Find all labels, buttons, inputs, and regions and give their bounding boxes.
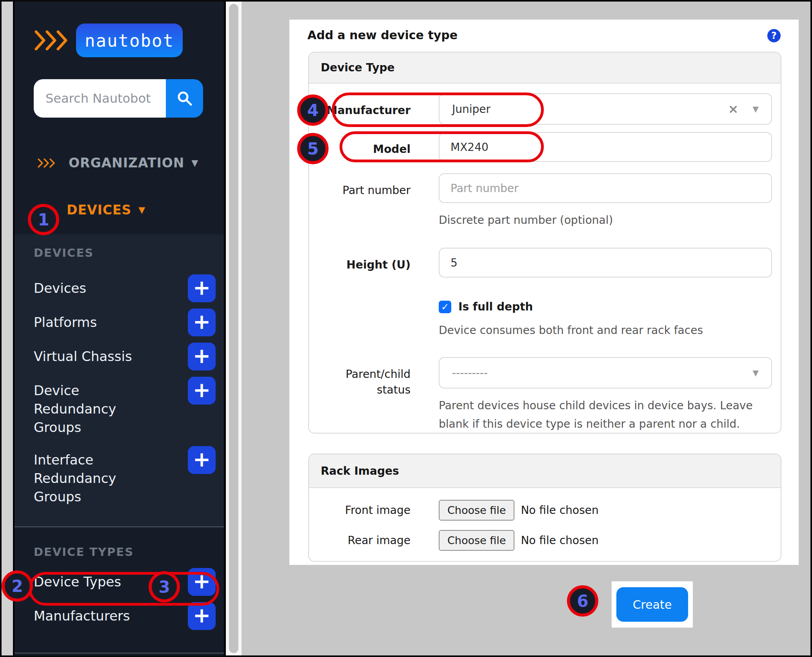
rear-image-choose-file-button[interactable]: Choose file (439, 530, 514, 551)
chevron-down-icon: ▼ (191, 158, 198, 168)
part-number-label: Part number (309, 173, 439, 198)
add-device-type-button[interactable]: + (188, 568, 216, 596)
part-number-help: Discrete part number (optional) (439, 211, 772, 229)
nav-organization[interactable]: ORGANIZATION ▼ (37, 155, 198, 171)
add-device-type-card: Add a new device type ? Device Type Manu… (289, 20, 799, 565)
nav-organization-label: ORGANIZATION (69, 155, 184, 171)
sidebar-item-label: Device Redundancy Groups (34, 377, 151, 437)
section-header-device-types: DEVICE TYPES (34, 545, 224, 559)
page-title: Add a new device type (307, 28, 458, 42)
search-bar: Search Nautobot (34, 79, 203, 118)
annotation-step-1: 1 (28, 204, 59, 235)
sidebar-item-platforms[interactable]: Platforms + (34, 309, 216, 336)
add-manufacturer-button[interactable]: + (188, 602, 216, 630)
device-type-panel-header: Device Type (309, 53, 781, 83)
manufacturer-row: Manufacturer Juniper × ▼ (309, 93, 781, 125)
sidebar-item-devices[interactable]: Devices + (34, 274, 216, 302)
logo-wordmark: nautobot (76, 24, 183, 57)
rear-image-row: Rear image Choose file No file chosen (309, 530, 781, 551)
left-margin-strip (2, 2, 13, 655)
rack-images-panel-header: Rack Images (309, 454, 781, 488)
parent-child-label: Parent/child status (309, 357, 439, 398)
sidebar-item-virtual-chassis[interactable]: Virtual Chassis + (34, 343, 216, 370)
sidebar-item-label: Platforms (34, 309, 151, 332)
annotation-step-2: 2 (2, 570, 33, 602)
parent-child-select[interactable]: --------- ▼ (439, 357, 772, 388)
sidebar-item-label: Interface Redundancy Groups (34, 446, 151, 506)
clear-selection-icon[interactable]: × (728, 102, 739, 116)
chevrons-icon (34, 28, 70, 53)
add-platform-button[interactable]: + (188, 309, 216, 336)
height-label: Height (U) (309, 248, 439, 273)
chevron-down-icon: ▼ (753, 104, 759, 114)
parent-child-help: Parent devices house child devices in de… (439, 396, 772, 433)
sidebar: nautobot Search Nautobot (13, 2, 226, 655)
chevron-down-icon: ▼ (138, 205, 145, 215)
parent-child-value: --------- (452, 367, 488, 379)
scrollbar-thumb[interactable] (229, 4, 238, 653)
height-input[interactable] (439, 248, 772, 278)
nav-devices-label: DEVICES (67, 202, 131, 218)
model-row: Model (309, 132, 781, 162)
full-depth-label: Is full depth (458, 300, 533, 313)
add-interface-redundancy-group-button[interactable]: + (188, 446, 216, 474)
section-header-devices: DEVICES (34, 246, 224, 260)
front-image-status: No file chosen (521, 504, 598, 517)
parent-child-row: Parent/child status --------- ▼ Parent d… (309, 357, 781, 433)
full-depth-checkbox[interactable]: ✓ (439, 301, 451, 313)
chevron-down-icon: ▼ (753, 368, 759, 378)
sidebar-item-device-redundancy-groups[interactable]: Device Redundancy Groups + (34, 377, 216, 437)
manufacturer-select[interactable]: Juniper × ▼ (439, 93, 772, 125)
device-types-submenu: DEVICE TYPES Device Types + Manufacturer… (15, 527, 224, 655)
device-type-panel: Device Type Manufacturer Juniper × ▼ Mod… (308, 52, 781, 434)
part-number-input[interactable] (439, 173, 772, 203)
manufacturer-value: Juniper (452, 103, 490, 116)
scrollbar-track[interactable] (226, 2, 242, 655)
annotation-step-3: 3 (149, 571, 180, 603)
app-window: nautobot Search Nautobot (0, 0, 812, 657)
sidebar-item-label: Device Types (34, 568, 151, 591)
create-button-card: Create (612, 581, 693, 628)
nav-devices[interactable]: DEVICES ▼ (67, 202, 145, 218)
part-number-row: Part number Discrete part number (option… (309, 173, 781, 229)
manufacturer-label: Manufacturer (309, 93, 439, 118)
sidebar-item-manufacturers[interactable]: Manufacturers + (34, 602, 216, 630)
annotation-step-5: 5 (297, 133, 329, 164)
devices-submenu: DEVICES Devices + Platforms + Virtual Ch… (15, 234, 224, 527)
sidebar-item-interface-redundancy-groups[interactable]: Interface Redundancy Groups + (34, 446, 216, 506)
create-button[interactable]: Create (616, 587, 688, 622)
height-row: Height (U) (309, 248, 781, 278)
annotation-step-6: 6 (567, 585, 598, 617)
sidebar-item-label: Devices (34, 274, 151, 298)
nautobot-logo[interactable]: nautobot (34, 24, 183, 57)
model-label: Model (309, 132, 439, 157)
sidebar-item-label: Manufacturers (34, 602, 151, 625)
model-input[interactable] (439, 132, 772, 162)
front-image-choose-file-button[interactable]: Choose file (439, 500, 514, 521)
chevrons-small-icon (37, 158, 56, 169)
sidebar-item-device-types[interactable]: Device Types + (34, 568, 216, 596)
add-virtual-chassis-button[interactable]: + (188, 343, 216, 370)
full-depth-help: Device consumes both front and rear rack… (439, 321, 772, 339)
front-image-label: Front image (309, 504, 439, 517)
add-device-redundancy-group-button[interactable]: + (188, 377, 216, 405)
search-input[interactable]: Search Nautobot (34, 79, 166, 118)
sidebar-item-label: Virtual Chassis (34, 343, 151, 366)
rear-image-status: No file chosen (521, 534, 598, 547)
help-icon[interactable]: ? (767, 29, 781, 42)
annotation-step-4: 4 (297, 94, 329, 126)
add-device-button[interactable]: + (188, 274, 216, 302)
sidebar-divider (15, 653, 224, 653)
front-image-row: Front image Choose file No file chosen (309, 500, 781, 521)
search-icon (176, 90, 193, 107)
full-depth-row: ✓ Is full depth Device consumes both fro… (309, 300, 781, 339)
rear-image-label: Rear image (309, 534, 439, 547)
search-button[interactable] (166, 79, 203, 118)
rack-images-panel: Rack Images Front image Choose file No f… (308, 454, 781, 562)
